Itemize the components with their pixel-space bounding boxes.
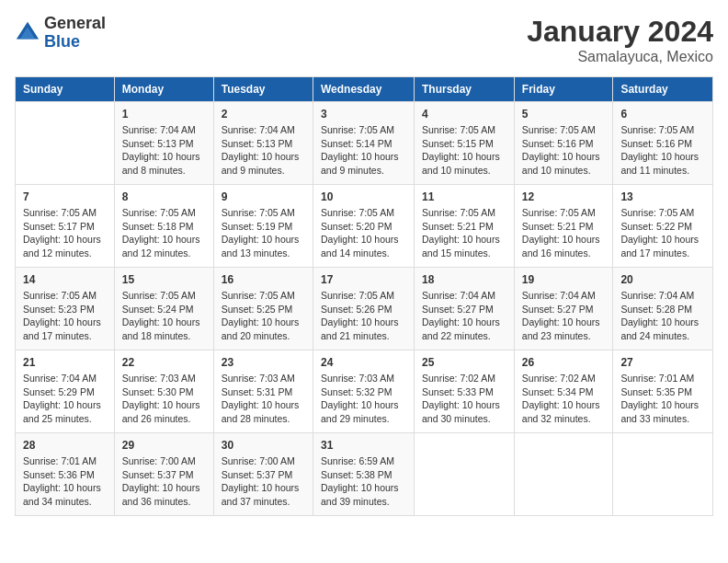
- day-info: Sunrise: 7:05 AMSunset: 5:19 PMDaylight:…: [222, 206, 305, 260]
- header-sunday: Sunday: [16, 77, 115, 102]
- header-wednesday: Wednesday: [313, 77, 414, 102]
- calendar-cell: 3Sunrise: 7:05 AMSunset: 5:14 PMDaylight…: [313, 102, 414, 185]
- logo-icon: [15, 20, 40, 46]
- day-number: 11: [422, 190, 506, 203]
- month-title: January 2024: [527, 15, 713, 49]
- day-number: 2: [222, 108, 305, 121]
- page-header: General Blue January 2024 Samalayuca, Me…: [15, 15, 713, 65]
- day-info: Sunrise: 7:03 AMSunset: 5:30 PMDaylight:…: [122, 372, 206, 426]
- week-row-1: 1Sunrise: 7:04 AMSunset: 5:13 PMDaylight…: [16, 102, 713, 185]
- calendar-cell: 21Sunrise: 7:04 AMSunset: 5:29 PMDayligh…: [16, 350, 115, 433]
- day-info: Sunrise: 7:03 AMSunset: 5:31 PMDaylight:…: [222, 372, 305, 426]
- header-saturday: Saturday: [613, 77, 713, 102]
- calendar-cell: 17Sunrise: 7:05 AMSunset: 5:26 PMDayligh…: [313, 268, 414, 350]
- day-number: 7: [23, 190, 107, 203]
- day-info: Sunrise: 7:04 AMSunset: 5:13 PMDaylight:…: [222, 123, 305, 178]
- day-number: 29: [122, 439, 206, 452]
- calendar-cell: 4Sunrise: 7:05 AMSunset: 5:15 PMDaylight…: [415, 102, 515, 185]
- day-info: Sunrise: 7:05 AMSunset: 5:21 PMDaylight:…: [422, 206, 506, 260]
- title-block: January 2024 Samalayuca, Mexico: [527, 15, 713, 65]
- calendar-cell: 31Sunrise: 6:59 AMSunset: 5:38 PMDayligh…: [313, 433, 414, 516]
- calendar-cell: 10Sunrise: 7:05 AMSunset: 5:20 PMDayligh…: [313, 185, 414, 268]
- day-info: Sunrise: 7:05 AMSunset: 5:22 PMDaylight:…: [620, 206, 705, 260]
- day-number: 16: [222, 273, 305, 286]
- calendar-cell: 25Sunrise: 7:02 AMSunset: 5:33 PMDayligh…: [415, 350, 515, 433]
- day-number: 5: [522, 108, 606, 121]
- day-info: Sunrise: 7:05 AMSunset: 5:24 PMDaylight:…: [122, 289, 206, 343]
- day-number: 9: [222, 190, 305, 203]
- day-number: 12: [522, 190, 606, 203]
- day-number: 27: [620, 356, 705, 369]
- logo-general-text: General: [44, 15, 106, 33]
- day-info: Sunrise: 7:05 AMSunset: 5:23 PMDaylight:…: [23, 289, 107, 343]
- day-number: 14: [23, 273, 107, 286]
- calendar-cell: 11Sunrise: 7:05 AMSunset: 5:21 PMDayligh…: [415, 185, 515, 268]
- week-row-5: 28Sunrise: 7:01 AMSunset: 5:36 PMDayligh…: [16, 433, 713, 516]
- day-number: 6: [620, 108, 705, 121]
- day-info: Sunrise: 7:04 AMSunset: 5:27 PMDaylight:…: [522, 289, 606, 343]
- day-info: Sunrise: 7:05 AMSunset: 5:18 PMDaylight:…: [122, 206, 206, 260]
- day-number: 4: [422, 108, 506, 121]
- day-number: 13: [620, 190, 705, 203]
- day-number: 22: [122, 356, 206, 369]
- week-row-2: 7Sunrise: 7:05 AMSunset: 5:17 PMDaylight…: [16, 185, 713, 268]
- calendar-cell: 20Sunrise: 7:04 AMSunset: 5:28 PMDayligh…: [613, 268, 713, 350]
- header-monday: Monday: [114, 77, 213, 102]
- week-row-3: 14Sunrise: 7:05 AMSunset: 5:23 PMDayligh…: [16, 268, 713, 350]
- calendar-cell: 29Sunrise: 7:00 AMSunset: 5:37 PMDayligh…: [114, 433, 213, 516]
- day-info: Sunrise: 7:03 AMSunset: 5:32 PMDaylight:…: [321, 372, 406, 426]
- calendar-cell: [613, 433, 713, 516]
- calendar-cell: 5Sunrise: 7:05 AMSunset: 5:16 PMDaylight…: [514, 102, 613, 185]
- day-info: Sunrise: 7:02 AMSunset: 5:33 PMDaylight:…: [422, 372, 506, 426]
- day-info: Sunrise: 7:05 AMSunset: 5:21 PMDaylight:…: [522, 206, 606, 260]
- day-info: Sunrise: 7:01 AMSunset: 5:36 PMDaylight:…: [23, 454, 107, 509]
- day-info: Sunrise: 7:05 AMSunset: 5:15 PMDaylight:…: [422, 123, 506, 178]
- day-number: 18: [422, 273, 506, 286]
- day-number: 30: [222, 439, 305, 452]
- day-info: Sunrise: 7:02 AMSunset: 5:34 PMDaylight:…: [522, 372, 606, 426]
- week-row-4: 21Sunrise: 7:04 AMSunset: 5:29 PMDayligh…: [16, 350, 713, 433]
- header-row: SundayMondayTuesdayWednesdayThursdayFrid…: [16, 77, 713, 102]
- calendar-header: SundayMondayTuesdayWednesdayThursdayFrid…: [16, 77, 713, 102]
- calendar-cell: 26Sunrise: 7:02 AMSunset: 5:34 PMDayligh…: [514, 350, 613, 433]
- day-number: 31: [321, 439, 406, 452]
- day-number: 26: [522, 356, 606, 369]
- day-number: 15: [122, 273, 206, 286]
- day-info: Sunrise: 7:05 AMSunset: 5:26 PMDaylight:…: [321, 289, 406, 343]
- calendar-cell: 28Sunrise: 7:01 AMSunset: 5:36 PMDayligh…: [16, 433, 115, 516]
- day-info: Sunrise: 7:04 AMSunset: 5:29 PMDaylight:…: [23, 372, 107, 426]
- day-info: Sunrise: 7:05 AMSunset: 5:16 PMDaylight:…: [522, 123, 606, 178]
- header-tuesday: Tuesday: [213, 77, 313, 102]
- day-number: 1: [122, 108, 206, 121]
- day-number: 19: [522, 273, 606, 286]
- day-info: Sunrise: 7:05 AMSunset: 5:25 PMDaylight:…: [222, 289, 305, 343]
- calendar-cell: [415, 433, 515, 516]
- day-number: 3: [321, 108, 406, 121]
- header-thursday: Thursday: [415, 77, 515, 102]
- calendar-cell: 14Sunrise: 7:05 AMSunset: 5:23 PMDayligh…: [16, 268, 115, 350]
- day-info: Sunrise: 7:05 AMSunset: 5:14 PMDaylight:…: [321, 123, 406, 178]
- calendar-cell: 2Sunrise: 7:04 AMSunset: 5:13 PMDaylight…: [213, 102, 313, 185]
- calendar-body: 1Sunrise: 7:04 AMSunset: 5:13 PMDaylight…: [16, 102, 713, 516]
- day-number: 20: [620, 273, 705, 286]
- calendar-cell: 12Sunrise: 7:05 AMSunset: 5:21 PMDayligh…: [514, 185, 613, 268]
- logo: General Blue: [15, 15, 106, 52]
- calendar-cell: 30Sunrise: 7:00 AMSunset: 5:37 PMDayligh…: [213, 433, 313, 516]
- calendar-cell: 15Sunrise: 7:05 AMSunset: 5:24 PMDayligh…: [114, 268, 213, 350]
- day-info: Sunrise: 7:05 AMSunset: 5:20 PMDaylight:…: [321, 206, 406, 260]
- calendar-cell: 22Sunrise: 7:03 AMSunset: 5:30 PMDayligh…: [114, 350, 213, 433]
- calendar-cell: 1Sunrise: 7:04 AMSunset: 5:13 PMDaylight…: [114, 102, 213, 185]
- calendar-cell: 7Sunrise: 7:05 AMSunset: 5:17 PMDaylight…: [16, 185, 115, 268]
- day-info: Sunrise: 6:59 AMSunset: 5:38 PMDaylight:…: [321, 454, 406, 509]
- day-number: 10: [321, 190, 406, 203]
- calendar-cell: 9Sunrise: 7:05 AMSunset: 5:19 PMDaylight…: [213, 185, 313, 268]
- calendar-cell: 8Sunrise: 7:05 AMSunset: 5:18 PMDaylight…: [114, 185, 213, 268]
- logo-blue-text: Blue: [44, 33, 106, 52]
- day-number: 28: [23, 439, 107, 452]
- day-info: Sunrise: 7:00 AMSunset: 5:37 PMDaylight:…: [122, 454, 206, 509]
- day-info: Sunrise: 7:04 AMSunset: 5:27 PMDaylight:…: [422, 289, 506, 343]
- calendar-cell: 24Sunrise: 7:03 AMSunset: 5:32 PMDayligh…: [313, 350, 414, 433]
- day-number: 24: [321, 356, 406, 369]
- calendar-cell: 18Sunrise: 7:04 AMSunset: 5:27 PMDayligh…: [415, 268, 515, 350]
- calendar-cell: 16Sunrise: 7:05 AMSunset: 5:25 PMDayligh…: [213, 268, 313, 350]
